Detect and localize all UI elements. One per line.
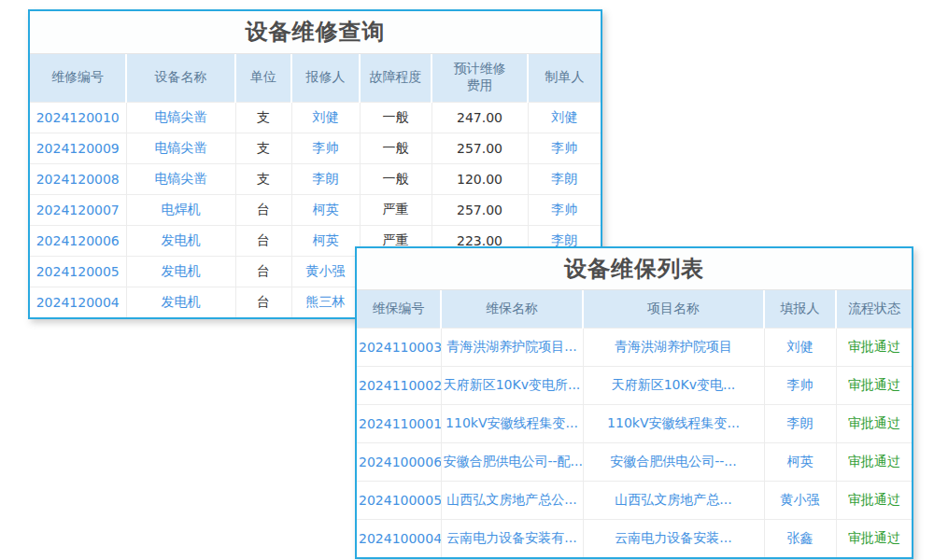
cell-link[interactable]: 刘健 [291, 102, 360, 133]
cell-link[interactable]: 2024120007 [30, 194, 126, 225]
table-row: 2024100005山西弘文房地产总公...山西弘文房地产总...黄小强审批通过 [357, 481, 912, 519]
cell-link[interactable]: 2024100004 [357, 519, 441, 557]
cell-text: 严重 [360, 194, 432, 225]
cell-link[interactable]: 电镐尖凿 [126, 102, 235, 133]
cell-text: 台 [235, 256, 291, 287]
cell-link[interactable]: 发电机 [126, 256, 235, 287]
cell-link[interactable]: 2024120009 [30, 133, 126, 163]
cell-link[interactable]: 2024120005 [30, 256, 126, 287]
cell-link[interactable]: 张鑫 [764, 519, 836, 557]
column-header: 填报人 [764, 290, 836, 328]
table-header: 维保编号维保名称项目名称填报人流程状态 [357, 290, 912, 328]
cell-link[interactable]: 2024110001 [357, 404, 441, 442]
table-row: 2024120009电镐尖凿支李帅一般257.00李帅 [30, 133, 601, 163]
table-row: 2024110003青海洪湖养护院项目...青海洪湖养护院项目刘健审批通过 [357, 328, 912, 366]
cell-text: 台 [235, 287, 291, 317]
cell-link[interactable]: 李朗 [528, 163, 601, 194]
table-row: 2024120007电焊机台柯英严重257.00李帅 [30, 194, 601, 225]
cell-link[interactable]: 2024110002 [357, 366, 441, 404]
table-row: 2024120010电镐尖凿支刘健一般247.00刘健 [30, 102, 601, 133]
column-header: 流程状态 [836, 290, 912, 328]
cell-link[interactable]: 李帅 [528, 194, 601, 225]
cell-link[interactable]: 安徽合肥供电公司--配... [441, 442, 583, 481]
column-header: 项目名称 [583, 290, 764, 328]
cell-text: 一般 [360, 163, 432, 194]
cell-link[interactable]: 2024110003 [357, 328, 441, 366]
cell-link[interactable]: 电镐尖凿 [126, 133, 235, 163]
cell-status: 审批通过 [836, 328, 912, 366]
table-row: 2024100004云南电力设备安装有...云南电力设备安装...张鑫审批通过 [357, 519, 912, 557]
table-row: 2024110002天府新区10Kv变电所...天府新区10Kv变电...李帅审… [357, 366, 912, 404]
cell-status: 审批通过 [836, 481, 912, 519]
column-header: 报修人 [291, 54, 360, 102]
cell-link[interactable]: 青海洪湖养护院项目... [441, 328, 583, 366]
cell-text: 257.00 [432, 133, 528, 163]
cell-link[interactable]: 安徽合肥供电公司--... [583, 442, 764, 481]
cell-status: 审批通过 [836, 404, 912, 442]
column-header: 故障程度 [360, 54, 432, 102]
cell-link[interactable]: 李朗 [291, 163, 360, 194]
cell-text: 支 [235, 163, 291, 194]
cell-link[interactable]: 黄小强 [764, 481, 836, 519]
column-header: 维保编号 [357, 290, 441, 328]
cell-link[interactable]: 2024100005 [357, 481, 441, 519]
table-row: 2024100006安徽合肥供电公司--配...安徽合肥供电公司--...柯英审… [357, 442, 912, 481]
cell-link[interactable]: 李帅 [291, 133, 360, 163]
cell-link[interactable]: 柯英 [291, 194, 360, 225]
cell-text: 支 [235, 102, 291, 133]
cell-link[interactable]: 山西弘文房地产总公... [441, 481, 583, 519]
cell-text: 257.00 [432, 194, 528, 225]
column-header: 设备名称 [126, 54, 235, 102]
cell-link[interactable]: 云南电力设备安装... [583, 519, 764, 557]
cell-link[interactable]: 青海洪湖养护院项目 [583, 328, 764, 366]
table-header: 维修编号设备名称单位报修人故障程度预计维修 费用制单人 [30, 54, 601, 102]
cell-link[interactable]: 李帅 [764, 366, 836, 404]
cell-text: 支 [235, 133, 291, 163]
cell-link[interactable]: 2024120008 [30, 163, 126, 194]
cell-link[interactable]: 发电机 [126, 225, 235, 256]
cell-text: 120.00 [432, 163, 528, 194]
repair-panel-title: 设备维修查询 [30, 11, 601, 54]
maintenance-list-panel: 设备维保列表 维保编号维保名称项目名称填报人流程状态2024110003青海洪湖… [355, 246, 913, 559]
cell-link[interactable]: 云南电力设备安装有... [441, 519, 583, 557]
cell-text: 247.00 [432, 102, 528, 133]
column-header: 维修编号 [30, 54, 126, 102]
cell-link[interactable]: 2024120006 [30, 225, 126, 256]
column-header: 维保名称 [441, 290, 583, 328]
cell-link[interactable]: 天府新区10Kv变电所... [441, 366, 583, 404]
maintenance-table: 维保编号维保名称项目名称填报人流程状态2024110003青海洪湖养护院项目..… [357, 290, 912, 557]
cell-link[interactable]: 柯英 [291, 225, 360, 256]
column-header: 制单人 [528, 54, 601, 102]
cell-link[interactable]: 2024120004 [30, 287, 126, 317]
cell-link[interactable]: 2024120010 [30, 102, 126, 133]
cell-link[interactable]: 柯英 [764, 442, 836, 481]
cell-text: 台 [235, 194, 291, 225]
cell-link[interactable]: 刘健 [764, 328, 836, 366]
cell-link[interactable]: 李朗 [764, 404, 836, 442]
cell-link[interactable]: 熊三林 [291, 287, 360, 317]
cell-link[interactable]: 黄小强 [291, 256, 360, 287]
column-header: 单位 [235, 54, 291, 102]
cell-link[interactable]: 发电机 [126, 287, 235, 317]
cell-text: 一般 [360, 133, 432, 163]
cell-link[interactable]: 电焊机 [126, 194, 235, 225]
cell-link[interactable]: 110kV安徽线程集变... [583, 404, 764, 442]
cell-link[interactable]: 110kV安徽线程集变... [441, 404, 583, 442]
cell-link[interactable]: 李帅 [528, 133, 601, 163]
table-row: 2024120008电镐尖凿支李朗一般120.00李朗 [30, 163, 601, 194]
cell-link[interactable]: 山西弘文房地产总... [583, 481, 764, 519]
column-header: 预计维修 费用 [432, 54, 528, 102]
cell-text: 一般 [360, 102, 432, 133]
cell-status: 审批通过 [836, 366, 912, 404]
cell-status: 审批通过 [836, 519, 912, 557]
maintenance-panel-title: 设备维保列表 [357, 248, 912, 290]
cell-link[interactable]: 2024100006 [357, 442, 441, 481]
cell-link[interactable]: 天府新区10Kv变电... [583, 366, 764, 404]
cell-link[interactable]: 电镐尖凿 [126, 163, 235, 194]
cell-status: 审批通过 [836, 442, 912, 481]
cell-link[interactable]: 刘健 [528, 102, 601, 133]
cell-text: 台 [235, 225, 291, 256]
table-row: 2024110001110kV安徽线程集变...110kV安徽线程集变...李朗… [357, 404, 912, 442]
